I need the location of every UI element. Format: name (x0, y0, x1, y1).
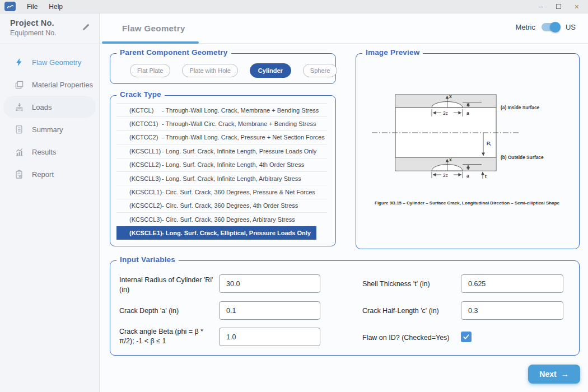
internal-radius-label: Internal Radius of Cylinder 'Ri' (in) (119, 276, 218, 295)
crack-angle-beta-input[interactable] (219, 328, 320, 346)
layered-plates-icon (14, 80, 24, 90)
geometry-option-flat-plate[interactable]: Flat Plate (130, 64, 170, 77)
sidebar-item-label: Flaw Geometry (32, 58, 81, 67)
crack-desc: - Circ. Surf. Crack, 360 Degrees, 4th Or… (162, 202, 298, 209)
svg-text:2c: 2c (443, 110, 449, 116)
project-header: Project No. Equipment No. (0, 13, 99, 44)
sidebar-item-summary[interactable]: Summary (0, 118, 99, 141)
crack-code: (KCSCLL2) (129, 161, 162, 168)
edit-pencil-icon[interactable] (82, 23, 90, 34)
crack-code: (KCSCCL1) (129, 189, 162, 195)
document-list-icon (14, 124, 24, 134)
sidebar-item-label: Loads (32, 103, 52, 111)
svg-text:(b) Outside Surface: (b) Outside Surface (501, 155, 544, 160)
equipment-number-label: Equipment No. (10, 29, 91, 37)
crack-type-row[interactable]: (KCSCLL3) - Long. Surf. Crack, Infinite … (116, 171, 327, 185)
crack-desc: - Long. Surf. Crack, Infinite Length, 4t… (162, 161, 304, 168)
section-title: Crack Type (116, 90, 165, 99)
crack-half-length-input[interactable] (461, 301, 563, 320)
sidebar-item-loads[interactable]: Loads (3, 96, 96, 118)
close-icon[interactable]: × (575, 3, 579, 11)
crack-type-row[interactable]: (KCSCLL2) - Long. Surf. Crack, Infinite … (116, 158, 327, 171)
page-title: Flaw Geometry (122, 24, 185, 33)
crack-desc: - Long. Surf. Crack, Infinite Length, Pr… (162, 148, 316, 155)
svg-text:2c: 2c (443, 172, 449, 178)
crack-type-row[interactable]: (KCTCL) - Through-Wall Long. Crack, Memb… (116, 103, 327, 116)
internal-radius-input[interactable] (219, 274, 320, 293)
svg-text:(a) Inside Surface: (a) Inside Surface (501, 105, 540, 110)
geometry-options: Flat Plate Plate with Hole Cylinder Sphe… (110, 54, 335, 83)
geometry-option-sphere[interactable]: Sphere (303, 64, 337, 77)
section-title: Parent Component Geometry (116, 48, 231, 57)
crack-depth-input[interactable] (219, 301, 320, 320)
shell-thickness-input[interactable] (461, 274, 563, 293)
sidebar-item-flaw-geometry[interactable]: Flaw Geometry (0, 51, 99, 73)
crack-depth-label: Crack Depth 'a' (in) (119, 306, 218, 316)
crack-type-row[interactable]: (KCSCCL2) - Circ. Surf. Crack, 360 Degre… (116, 199, 327, 212)
crack-code: (KCTCC2) (129, 134, 162, 141)
figure-caption: Figure 9B.15 – Cylinder – Surface Crack,… (375, 200, 559, 206)
menu-help[interactable]: Help (49, 3, 63, 11)
sidebar-item-label: Material Properties (32, 81, 93, 89)
minimize-icon[interactable]: – (539, 3, 543, 10)
sidebar-item-label: Results (32, 148, 56, 156)
lightning-bolt-icon (14, 57, 24, 67)
section-title: Image Preview (362, 48, 423, 57)
units-toggle[interactable] (542, 23, 559, 31)
crack-desc: - Through-Wall Long. Crack, Pressure + N… (162, 134, 325, 141)
crack-type-list: (KCTCL) - Through-Wall Long. Crack, Memb… (116, 103, 327, 240)
input-variables-section: Input Variables Internal Radius of Cylin… (110, 260, 580, 356)
app-logo-icon (4, 2, 16, 11)
sidebar: Project No. Equipment No. Flaw Geometry … (0, 13, 100, 392)
crack-desc: - Circ. Surf. Crack, 360 Degrees, Pressu… (162, 189, 315, 195)
checkmark-icon (463, 333, 470, 340)
shell-thickness-label: Shell Thickness 't' (in) (362, 279, 461, 289)
next-button[interactable]: Next → (528, 365, 580, 384)
units-us-label: US (566, 23, 576, 31)
sidebar-item-label: Report (32, 170, 54, 179)
geometry-option-plate-with-hole[interactable]: Plate with Hole (182, 64, 237, 77)
crack-code: (KCSCLL1) (129, 148, 162, 155)
flaw-on-id-checkbox[interactable] (461, 332, 472, 342)
arrow-right-icon: → (561, 370, 569, 379)
bar-chart-icon (14, 147, 24, 157)
sidebar-item-material-properties[interactable]: Material Properties (0, 73, 99, 96)
project-number-label: Project No. (10, 18, 91, 27)
crack-half-length-label: Crack Half-Length 'c' (in) (362, 306, 461, 316)
crack-type-row[interactable]: (KCTCC1) - Through-Wall Circ. Crack, Mem… (116, 116, 327, 130)
svg-text:x: x (449, 157, 452, 162)
crack-type-row[interactable]: (KCSCCL1) - Circ. Surf. Crack, 360 Degre… (116, 185, 327, 198)
crack-geometry-diagram: x a 2c (a) Inside Surface Ri (b) Outside… (356, 58, 578, 243)
maximize-icon[interactable] (556, 4, 561, 9)
svg-text:a: a (466, 173, 469, 179)
sidebar-item-label: Summary (32, 125, 63, 134)
crack-code: (KCTCL) (129, 107, 162, 114)
crack-desc: - Long. Surf. Crack, Elliptical, Pressur… (162, 230, 311, 236)
sidebar-item-results[interactable]: Results (0, 141, 99, 163)
app-window: File Help – × Project No. Equipment No. … (0, 0, 588, 392)
crack-code: (KCSCCL3) (129, 216, 162, 223)
next-button-label: Next (539, 370, 556, 379)
crack-type-row-selected[interactable]: (KCSCLE1) - Long. Surf. Crack, Elliptica… (116, 226, 316, 240)
parent-component-geometry-section: Parent Component Geometry Flat Plate Pla… (110, 53, 336, 84)
sidebar-item-report[interactable]: Report (0, 163, 99, 185)
window-controls: – × (539, 3, 579, 11)
crack-type-row[interactable]: (KCSCLL1) - Long. Surf. Crack, Infinite … (116, 144, 327, 157)
geometry-option-cylinder[interactable]: Cylinder (250, 63, 291, 78)
crack-type-row[interactable]: (KCSCCL3) - Circ. Surf. Crack, 360 Degre… (116, 212, 327, 226)
sidebar-nav: Flaw Geometry Material Properties Loads … (0, 51, 99, 185)
svg-text:a: a (466, 110, 469, 116)
units-switch-group: Metric US (516, 23, 576, 31)
crack-code: (KCSCLL3) (129, 175, 162, 182)
crack-angle-beta-label: Crack angle Beta (phi = β * π/2); -1 < β… (119, 327, 218, 346)
crack-desc: - Long. Surf. Crack, Infinite Length, Ar… (162, 175, 301, 182)
crack-type-section: Crack Type (KCTCL) - Through-Wall Long. … (110, 95, 336, 246)
flaw-on-id-label: Flaw on ID? (Checked=Yes) (362, 333, 461, 343)
crack-type-row[interactable]: (KCTCC2) - Through-Wall Long. Crack, Pre… (116, 130, 327, 144)
image-preview-section: Image Preview x a (356, 53, 580, 249)
active-tab-underline (102, 41, 199, 44)
menu-file[interactable]: File (27, 3, 38, 11)
toggle-knob[interactable] (550, 22, 561, 32)
svg-text:x: x (449, 94, 452, 99)
units-metric-label: Metric (516, 23, 535, 31)
